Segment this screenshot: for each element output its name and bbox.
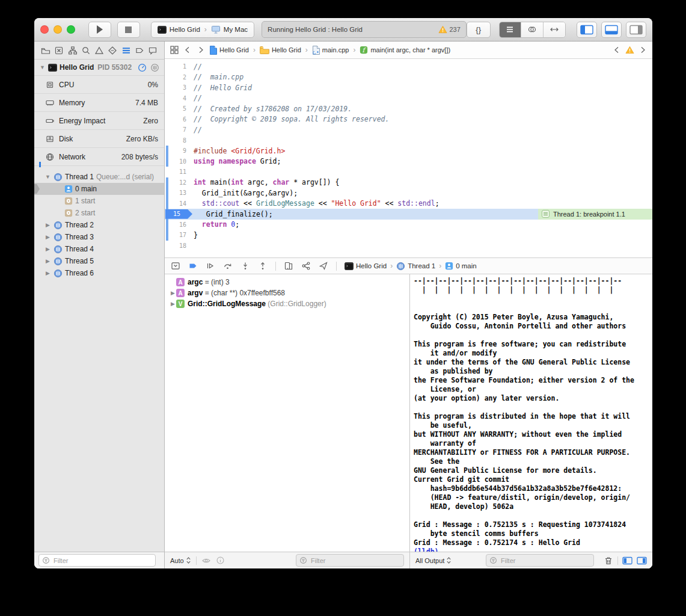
back-button[interactable] <box>183 45 192 55</box>
thread-row[interactable]: ▶Thread 4 <box>34 243 164 255</box>
code-line[interactable]: 15 Grid_finalize();Thread 1: breakpoint … <box>165 209 652 220</box>
variable-row[interactable]: Aargc = (int) 3 <box>165 277 409 288</box>
toggle-console-pane-button[interactable] <box>637 556 647 565</box>
debug-crumb-label[interactable]: Hello Grid <box>356 262 387 270</box>
variable-row[interactable]: ▶VGrid::GridLogMessage (Grid::GridLogger… <box>165 298 409 309</box>
step-into-button[interactable] <box>240 261 250 271</box>
zoom-button[interactable] <box>67 25 75 34</box>
source-editor[interactable]: 1//2// main.cpp3// Hello Grid4//5// Crea… <box>165 59 652 257</box>
line-number[interactable]: 17 <box>165 232 194 238</box>
line-number[interactable]: 10 <box>165 158 194 165</box>
code-line[interactable]: 7// <box>165 125 652 135</box>
variables-filter-field[interactable] <box>296 554 404 567</box>
navigator-tab-symbol[interactable] <box>67 45 79 57</box>
prev-issue-button[interactable] <box>612 45 622 55</box>
line-number[interactable]: 11 <box>165 168 194 175</box>
code-line[interactable]: 1// <box>165 61 652 72</box>
step-out-button[interactable] <box>258 261 268 271</box>
assistant-editor-button[interactable] <box>521 22 544 37</box>
simulate-location-button[interactable] <box>319 261 328 271</box>
next-issue-button[interactable] <box>638 45 648 55</box>
navigator-tab-report[interactable] <box>147 45 159 57</box>
line-number[interactable]: 4 <box>165 95 194 102</box>
line-number[interactable]: 6 <box>165 116 194 123</box>
pause-process-button[interactable] <box>138 63 147 72</box>
code-line[interactable]: 13 Grid_init(&argc,&argv); <box>165 188 652 199</box>
line-number[interactable]: 13 <box>165 189 194 196</box>
issue-warning-icon[interactable] <box>625 46 634 54</box>
line-number[interactable]: 7 <box>165 126 194 133</box>
disclosure-triangle-icon[interactable]: ▶ <box>170 290 176 296</box>
thread-row[interactable]: ▶Thread 6 <box>34 267 164 279</box>
disclosure-triangle-icon[interactable]: ▶ <box>44 246 51 252</box>
code-line[interactable]: 3// Hello Grid <box>165 82 652 93</box>
line-number[interactable]: 18 <box>165 242 194 249</box>
debug-crumb-label[interactable]: Thread 1 <box>408 262 435 270</box>
line-number[interactable]: 14 <box>165 200 194 207</box>
continue-button[interactable] <box>206 261 215 271</box>
variable-row[interactable]: ▶Aargv = (char **) 0x7ffeefbff568 <box>165 288 409 298</box>
disclosure-triangle-icon[interactable]: ▼ <box>39 64 46 70</box>
activity-viewer[interactable]: Running Hello Grid : Hello Grid 237 <box>262 21 467 38</box>
navigator-tab-issue[interactable] <box>93 45 105 57</box>
breakpoint-indicator[interactable]: 15 <box>165 209 192 219</box>
console-filter-field[interactable] <box>486 554 594 567</box>
line-number[interactable]: 1 <box>165 63 194 70</box>
debug-crumb-label[interactable]: 0 main <box>456 262 477 270</box>
disclosure-triangle-icon[interactable]: ▶ <box>44 258 51 264</box>
line-number[interactable]: 9 <box>165 147 194 154</box>
disclosure-triangle-icon[interactable]: ▶ <box>170 301 176 307</box>
code-line[interactable]: 10using namespace Grid; <box>165 156 652 167</box>
navigator-filter-input[interactable] <box>52 556 152 565</box>
navigator-panel-toggle[interactable] <box>577 22 597 38</box>
breakpoints-toggle-button[interactable] <box>188 261 198 271</box>
gauge-network[interactable]: Network208 bytes/s <box>34 148 164 166</box>
line-number[interactable]: 16 <box>165 221 194 228</box>
info-icon[interactable] <box>216 556 225 565</box>
standard-editor-button[interactable] <box>500 22 522 37</box>
line-number[interactable]: 8 <box>165 137 194 144</box>
hide-debug-area-button[interactable] <box>171 261 180 271</box>
stack-frame-row[interactable]: 1 start <box>34 195 164 207</box>
run-button[interactable] <box>88 22 111 38</box>
close-button[interactable] <box>40 25 49 34</box>
debug-panel-toggle[interactable] <box>601 22 622 38</box>
code-line[interactable]: 11 <box>165 167 652 177</box>
memory-graph-button[interactable] <box>301 261 311 271</box>
code-line[interactable]: 6// Copyright © 2019 sopa. All rights re… <box>165 114 652 125</box>
thread-row[interactable]: ▼Thread 1Queue:...d (serial) <box>34 171 164 183</box>
warning-count[interactable]: 237 <box>438 25 460 34</box>
thread-row[interactable]: ▶Thread 3 <box>34 231 164 243</box>
navigator-tab-source-control[interactable] <box>53 45 65 57</box>
jumpbar-crumb[interactable]: Hello Grid <box>260 46 301 54</box>
console-output[interactable]: --|--|--|--|--|--|--|--|--|--|--|--|--|-… <box>410 274 652 552</box>
code-line[interactable]: 16 return 0; <box>165 220 652 230</box>
gauge-energy-impact[interactable]: Energy ImpactZero <box>34 112 164 130</box>
code-line[interactable]: 8 <box>165 135 652 146</box>
variables-filter-input[interactable] <box>310 556 400 565</box>
quicklook-eye-icon[interactable] <box>201 556 211 565</box>
line-number[interactable]: 3 <box>165 84 194 91</box>
minimize-button[interactable] <box>54 25 62 34</box>
stack-frame-row[interactable]: 2 start <box>34 207 164 219</box>
gauge-disk[interactable]: DiskZero KB/s <box>34 130 164 148</box>
navigator-tab-test[interactable] <box>106 45 118 57</box>
disclosure-triangle-icon[interactable]: ▼ <box>44 174 51 180</box>
toggle-variables-pane-button[interactable] <box>622 556 632 565</box>
view-mode-button[interactable] <box>150 63 159 72</box>
disclosure-triangle-icon[interactable]: ▶ <box>44 222 51 228</box>
jumpbar-crumb[interactable]: fmain(int argc, char * argv[]) <box>360 46 450 54</box>
navigator-tab-project[interactable] <box>40 45 52 57</box>
code-line[interactable]: 17} <box>165 230 652 241</box>
console-filter-input[interactable] <box>500 556 590 565</box>
library-button[interactable]: {} <box>467 22 491 38</box>
stop-button[interactable] <box>117 22 140 38</box>
gauge-cpu[interactable]: CPU0% <box>34 76 164 94</box>
forward-button[interactable] <box>196 45 206 55</box>
step-over-button[interactable] <box>223 261 233 271</box>
jumpbar-crumb[interactable]: Hello Grid <box>209 46 249 55</box>
line-number[interactable]: 5 <box>165 105 194 112</box>
view-hierarchy-button[interactable] <box>284 261 293 271</box>
breakpoint-annotation[interactable]: Thread 1: breakpoint 1.1 <box>538 209 652 220</box>
navigator-filter-field[interactable] <box>38 554 156 567</box>
